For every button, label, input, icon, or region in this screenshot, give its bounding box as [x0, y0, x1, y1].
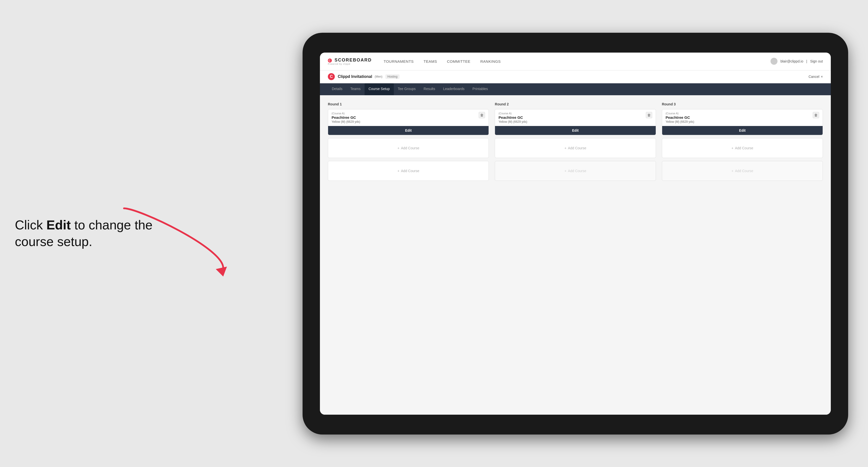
- logo-title: C SCOREBOARD: [328, 58, 372, 63]
- round-1-course-tee: Yellow (M) (6629 yds): [332, 120, 360, 124]
- nav-links: TOURNAMENTS TEAMS COMMITTEE RANKINGS: [384, 58, 771, 64]
- round-2-column: Round 2 (Course A) Peachtree GC Yellow (…: [495, 102, 656, 184]
- round-2-edit-button[interactable]: Edit: [495, 126, 655, 135]
- cancel-button[interactable]: Cancel ×: [808, 75, 823, 79]
- main-content: Round 1 (Course A) Peachtree GC Yellow (…: [320, 95, 831, 415]
- nav-user: blair@clippd.io | Sign out: [771, 58, 823, 65]
- round-1-column: Round 1 (Course A) Peachtree GC Yellow (…: [328, 102, 489, 184]
- user-avatar: [771, 58, 777, 65]
- nav-rankings[interactable]: RANKINGS: [480, 58, 501, 64]
- tournament-logo: C: [328, 73, 335, 80]
- rounds-grid: Round 1 (Course A) Peachtree GC Yellow (…: [328, 102, 823, 184]
- plus-icon-1: +: [398, 146, 400, 150]
- tab-tee-groups[interactable]: Tee Groups: [394, 83, 420, 95]
- round-3-course-card: (Course A) Peachtree GC Yellow (M) (6629…: [662, 109, 823, 135]
- scoreboard-logo: C SCOREBOARD Powered by clippd: [328, 58, 372, 65]
- tab-bar: Details Teams Course Setup Tee Groups Re…: [320, 83, 831, 95]
- round-1-edit-button[interactable]: Edit: [328, 126, 489, 135]
- user-email: blair@clippd.io: [780, 59, 803, 63]
- round-1-course-name: Peachtree GC: [332, 115, 360, 120]
- trash-icon-3: 🗑: [814, 113, 818, 117]
- round-1-title: Round 1: [328, 102, 489, 106]
- round-1-course-header: (Course A) Peachtree GC Yellow (M) (6629…: [328, 110, 489, 126]
- tournament-status: Hosting: [385, 74, 400, 79]
- round-2-title: Round 2: [495, 102, 656, 106]
- instruction-highlight: Edit: [46, 218, 71, 232]
- tournament-name: Clippd Invitational: [338, 74, 372, 79]
- round-2-add-course-1[interactable]: + Add Course: [495, 138, 656, 158]
- round-1-delete-button[interactable]: 🗑: [478, 112, 485, 118]
- svg-marker-0: [216, 267, 227, 277]
- round-2-course-label: (Course A): [498, 112, 527, 115]
- tab-teams[interactable]: Teams: [346, 83, 365, 95]
- tab-leaderboards[interactable]: Leaderboards: [439, 83, 468, 95]
- round-2-delete-button[interactable]: 🗑: [646, 112, 652, 118]
- plus-icon-4: +: [564, 169, 566, 173]
- round-3-add-course-1[interactable]: + Add Course: [662, 138, 823, 158]
- round-2-course-header: (Course A) Peachtree GC Yellow (M) (6629…: [495, 110, 655, 126]
- tab-printables[interactable]: Printables: [468, 83, 492, 95]
- plus-icon-6: +: [731, 169, 733, 173]
- tournament-header: C Clippd Invitational (Men) Hosting Canc…: [320, 70, 831, 83]
- round-3-course-tee: Yellow (M) (6629 yds): [665, 120, 694, 124]
- logo-subtitle: Powered by clippd: [328, 63, 372, 65]
- round-2-course-card: (Course A) Peachtree GC Yellow (M) (6629…: [495, 109, 656, 135]
- round-2-add-course-2: + Add Course: [495, 161, 656, 181]
- tablet-screen: C SCOREBOARD Powered by clippd TOURNAMEN…: [320, 53, 831, 415]
- round-3-title: Round 3: [662, 102, 823, 106]
- round-1-course-label: (Course A): [332, 112, 360, 115]
- separator: |: [806, 59, 807, 63]
- round-1-add-course-1[interactable]: + Add Course: [328, 138, 489, 158]
- round-2-course-tee: Yellow (M) (6629 yds): [498, 120, 527, 124]
- nav-committee[interactable]: COMMITTEE: [447, 58, 470, 64]
- tab-results[interactable]: Results: [420, 83, 439, 95]
- plus-icon-2: +: [398, 169, 400, 173]
- tournament-gender: (Men): [375, 75, 382, 79]
- round-3-delete-button[interactable]: 🗑: [813, 112, 819, 118]
- instruction-text: Click Edit to change the course setup.: [15, 217, 159, 250]
- close-icon: ×: [821, 75, 823, 79]
- tab-details[interactable]: Details: [328, 83, 346, 95]
- top-nav: C SCOREBOARD Powered by clippd TOURNAMEN…: [320, 53, 831, 70]
- round-1-course-card: (Course A) Peachtree GC Yellow (M) (6629…: [328, 109, 489, 135]
- round-3-course-label: (Course A): [665, 112, 694, 115]
- logo-letter: C: [328, 59, 332, 62]
- plus-icon-5: +: [731, 146, 733, 150]
- round-1-add-course-2[interactable]: + Add Course: [328, 161, 489, 181]
- round-3-edit-button[interactable]: Edit: [662, 126, 823, 135]
- round-3-course-name: Peachtree GC: [665, 115, 694, 120]
- round-3-column: Round 3 (Course A) Peachtree GC Yellow (…: [662, 102, 823, 184]
- trash-icon-2: 🗑: [647, 113, 651, 117]
- round-2-course-name: Peachtree GC: [498, 115, 527, 120]
- tab-course-setup[interactable]: Course Setup: [365, 83, 394, 95]
- instruction-prefix: Click: [15, 218, 46, 232]
- nav-tournaments[interactable]: TOURNAMENTS: [384, 58, 414, 64]
- round-3-add-course-2: + Add Course: [662, 161, 823, 181]
- trash-icon: 🗑: [480, 113, 484, 117]
- round-3-course-header: (Course A) Peachtree GC Yellow (M) (6629…: [662, 110, 823, 126]
- tablet-device: C SCOREBOARD Powered by clippd TOURNAMEN…: [303, 33, 848, 435]
- plus-icon-3: +: [564, 146, 566, 150]
- nav-teams[interactable]: TEAMS: [424, 58, 437, 64]
- sign-out-link[interactable]: Sign out: [810, 59, 823, 63]
